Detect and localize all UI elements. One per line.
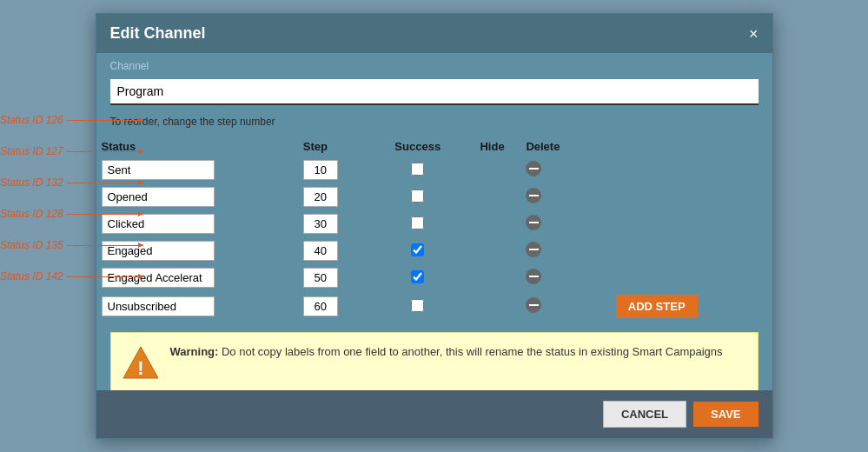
table-row <box>96 237 772 264</box>
annotation-132: Status ID 132 <box>0 167 143 198</box>
step-input-132[interactable] <box>303 214 338 234</box>
table-row <box>96 210 772 237</box>
td-delete-128 <box>520 237 593 264</box>
section-label: Channel <box>96 53 772 76</box>
td-success-127 <box>372 183 464 210</box>
td-hide-132 <box>464 210 521 237</box>
td-hide-128 <box>464 237 521 264</box>
delete-button-142[interactable] <box>526 297 541 316</box>
svg-text:!: ! <box>137 357 143 379</box>
delete-button-128[interactable] <box>526 242 541 260</box>
modal-header: Edit Channel × <box>96 14 772 53</box>
minus-circle-icon <box>526 297 541 313</box>
td-step-128 <box>298 237 372 264</box>
success-checkbox-128[interactable] <box>411 243 424 256</box>
warning-box: ! Warning: Do not copy labels from one f… <box>110 332 759 390</box>
td-status-142 <box>96 291 298 322</box>
annotation-label-128: Status ID 128 <box>0 208 63 220</box>
overlay: Status ID 126 Status ID 127 Status ID 13… <box>0 0 868 452</box>
minus-circle-icon <box>526 161 541 176</box>
success-checkbox-126[interactable] <box>411 163 424 176</box>
annotation-126: Status ID 126 <box>0 104 143 136</box>
step-input-142[interactable] <box>303 296 338 316</box>
modal-body: Channel To reorder, change the step numb… <box>96 53 772 390</box>
warning-text: Warning: Do not copy labels from one fie… <box>170 343 723 361</box>
td-success-128 <box>372 237 464 264</box>
td-hide-135 <box>464 264 521 291</box>
success-checkbox-135[interactable] <box>411 270 424 283</box>
td-action-127 <box>593 183 772 210</box>
annotation-arrow-135 <box>67 245 143 246</box>
annotation-127: Status ID 127 <box>0 136 143 167</box>
step-input-126[interactable] <box>303 160 338 180</box>
annotation-label-142: Status ID 142 <box>0 270 63 282</box>
td-step-132 <box>298 210 372 237</box>
delete-button-132[interactable] <box>526 215 541 233</box>
step-input-128[interactable] <box>303 241 338 261</box>
col-header-success: Success <box>372 136 464 156</box>
delete-button-127[interactable] <box>526 188 541 206</box>
td-step-142 <box>298 291 372 322</box>
annotation-label-126: Status ID 126 <box>0 114 63 126</box>
annotation-arrow-126 <box>67 120 143 121</box>
td-delete-127 <box>520 183 593 210</box>
table-row: ADD STEP <box>96 291 772 322</box>
col-header-action <box>593 136 772 156</box>
td-success-126 <box>372 156 464 183</box>
td-step-126 <box>298 156 372 183</box>
program-input[interactable] <box>110 79 759 105</box>
minus-circle-icon <box>526 242 541 257</box>
annotation-arrow-132 <box>67 183 143 183</box>
table-row <box>96 264 772 291</box>
step-input-127[interactable] <box>303 187 338 207</box>
step-input-135[interactable] <box>303 268 338 288</box>
success-checkbox-127[interactable] <box>411 189 424 203</box>
save-button[interactable]: SAVE <box>693 402 758 427</box>
annotations-panel: Status ID 126 Status ID 127 Status ID 13… <box>0 104 143 292</box>
annotation-135: Status ID 135 <box>0 229 143 261</box>
td-delete-142 <box>520 291 593 322</box>
annotation-arrow-128 <box>67 214 143 215</box>
cancel-button[interactable]: CANCEL <box>603 401 686 428</box>
success-checkbox-142[interactable] <box>411 299 424 312</box>
td-delete-135 <box>520 264 593 291</box>
minus-circle-icon <box>526 188 541 203</box>
reorder-hint: To reorder, change the step number <box>96 112 772 136</box>
warning-icon: ! <box>122 343 160 382</box>
td-action-128 <box>593 237 772 264</box>
td-action-126 <box>593 156 772 183</box>
annotation-label-132: Status ID 132 <box>0 176 63 189</box>
delete-button-126[interactable] <box>526 161 541 179</box>
td-step-127 <box>298 183 372 210</box>
success-checkbox-132[interactable] <box>411 216 424 229</box>
edit-channel-modal: Edit Channel × Channel To reorder, chang… <box>96 13 773 439</box>
annotation-arrow-127 <box>67 151 143 152</box>
annotation-128: Status ID 128 <box>0 198 143 229</box>
td-success-132 <box>372 210 464 237</box>
annotation-label-127: Status ID 127 <box>0 145 63 157</box>
table-row <box>96 183 772 210</box>
delete-button-135[interactable] <box>526 269 541 287</box>
annotation-arrow-142 <box>67 276 143 277</box>
col-header-hide: Hide <box>464 136 521 156</box>
td-delete-132 <box>520 210 593 237</box>
add-step-button[interactable]: ADD STEP <box>616 295 698 318</box>
td-success-135 <box>372 264 464 291</box>
td-action-142: ADD STEP <box>593 291 772 322</box>
warning-message: Do not copy labels from one field to ano… <box>218 345 722 358</box>
annotation-label-135: Status ID 135 <box>0 239 63 251</box>
modal-title: Edit Channel <box>110 24 206 43</box>
td-hide-142 <box>464 291 521 322</box>
modal-close-button[interactable]: × <box>749 26 759 42</box>
td-hide-127 <box>464 183 521 210</box>
minus-circle-icon <box>526 269 541 284</box>
td-success-142 <box>372 291 464 322</box>
td-step-135 <box>298 264 372 291</box>
annotation-142: Status ID 142 <box>0 261 143 292</box>
col-header-step: Step <box>298 136 372 156</box>
modal-footer: CANCEL SAVE <box>96 390 772 438</box>
td-delete-126 <box>520 156 593 183</box>
status-input-142[interactable] <box>102 296 215 316</box>
minus-circle-icon <box>526 215 541 230</box>
td-hide-126 <box>464 156 521 183</box>
